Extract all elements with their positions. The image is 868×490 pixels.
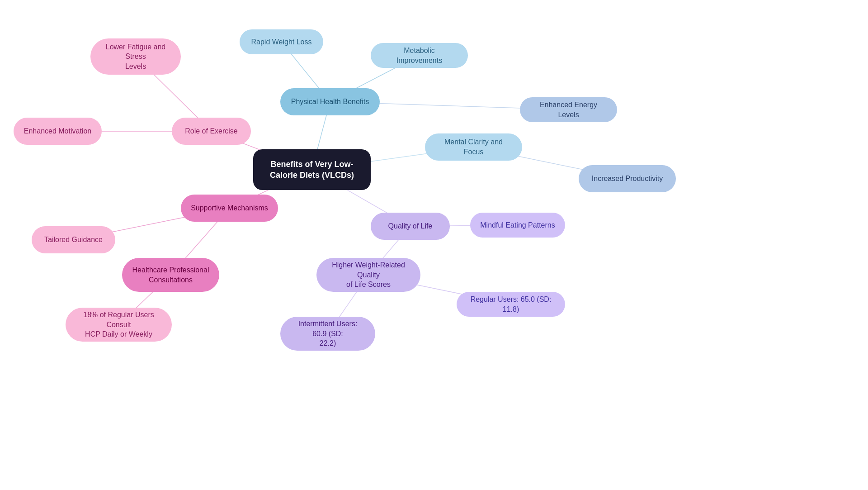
node-physical-health: Physical Health Benefits <box>280 88 380 115</box>
role-exercise-label: Role of Exercise <box>185 126 238 136</box>
node-intermittent: Intermittent Users: 60.9 (SD: 22.2) <box>280 317 375 351</box>
node-mental-clarity: Mental Clarity and Focus <box>425 133 522 161</box>
node-eighteen-pct: 18% of Regular Users Consult HCP Daily o… <box>66 308 172 342</box>
quality-life-label: Quality of Life <box>388 221 433 231</box>
node-regular-users: Regular Users: 65.0 (SD: 11.8) <box>457 292 565 317</box>
fatigue-label: Lower Fatigue and Stress Levels <box>100 42 171 71</box>
motivation-label: Enhanced Motivation <box>24 126 91 136</box>
tailored-label: Tailored Guidance <box>44 235 103 245</box>
node-rapid-weight: Rapid Weight Loss <box>240 29 323 54</box>
productivity-label: Increased Productivity <box>592 174 663 184</box>
node-mindful-eating: Mindful Eating Patterns <box>470 213 565 238</box>
metabolic-label: Metabolic Improvements <box>381 46 458 65</box>
eighteen-pct-label: 18% of Regular Users Consult HCP Daily o… <box>75 310 162 339</box>
healthcare-label: Healthcare Professional Consultations <box>132 265 209 285</box>
node-higher-weight: Higher Weight-Related Quality of Life Sc… <box>316 258 420 292</box>
mindful-eating-label: Mindful Eating Patterns <box>480 220 555 230</box>
higher-weight-label: Higher Weight-Related Quality of Life Sc… <box>326 260 410 290</box>
node-motivation: Enhanced Motivation <box>14 118 102 145</box>
node-healthcare: Healthcare Professional Consultations <box>122 258 219 292</box>
center-label: Benefits of Very Low-Calorie Diets (VLCD… <box>263 159 361 181</box>
supportive-label: Supportive Mechanisms <box>191 203 268 213</box>
node-role-exercise: Role of Exercise <box>172 118 251 145</box>
center-node: Benefits of Very Low-Calorie Diets (VLCD… <box>253 149 371 190</box>
rapid-weight-label: Rapid Weight Loss <box>251 37 312 47</box>
energy-label: Enhanced Energy Levels <box>530 100 607 119</box>
physical-health-label: Physical Health Benefits <box>291 97 369 107</box>
node-energy: Enhanced Energy Levels <box>520 97 617 122</box>
intermittent-label: Intermittent Users: 60.9 (SD: 22.2) <box>290 319 365 348</box>
node-productivity: Increased Productivity <box>579 165 676 192</box>
node-quality-life: Quality of Life <box>371 213 450 240</box>
node-tailored: Tailored Guidance <box>32 226 115 253</box>
node-supportive: Supportive Mechanisms <box>181 195 278 222</box>
node-metabolic: Metabolic Improvements <box>371 43 468 68</box>
node-fatigue: Lower Fatigue and Stress Levels <box>90 38 181 75</box>
mental-clarity-label: Mental Clarity and Focus <box>435 137 512 157</box>
regular-users-label: Regular Users: 65.0 (SD: 11.8) <box>467 295 555 314</box>
